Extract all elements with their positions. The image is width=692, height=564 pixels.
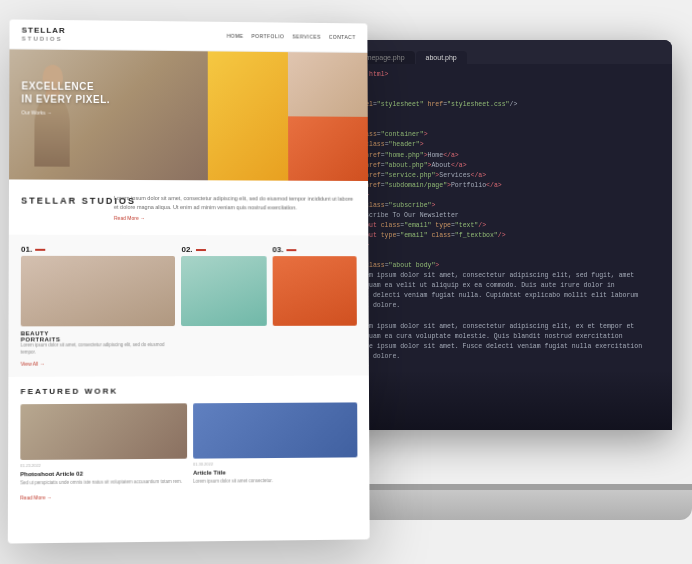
logo-top: STELLAR: [22, 26, 66, 36]
featured-section: FEATURED WORK 01.23.2022 Photoshoot Arti…: [8, 375, 370, 510]
code-line: <input class="email" type="text"/>: [330, 221, 664, 231]
portfolio-desc-1: Lorem ipsum dolor sit amet, consectetur …: [21, 342, 176, 356]
portfolio-view-all[interactable]: View All →: [21, 360, 176, 367]
hero-image-3: [288, 116, 368, 181]
portfolio-number-3: 03.: [272, 246, 356, 255]
portfolio-image-1: [21, 256, 176, 327]
featured-item-2: 01.30.2022 Article Title Lorem ipsum dol…: [193, 402, 358, 498]
code-line: aliquam ea cura voluptate molestie. Quis…: [330, 332, 664, 342]
hero-text: EXCELLENCEIN EVERY PIXEL. Our Works →: [21, 79, 110, 116]
code-line: <link rel="stylesheet" href="stylesheet.…: [330, 100, 664, 110]
hero-left: EXCELLENCEIN EVERY PIXEL. Our Works →: [9, 49, 208, 180]
code-line: amet delecti veniam fugiat nulla. Cupida…: [330, 291, 664, 301]
site-header: STELLAR STUDIOS HOME PORTFOLIO SERVICES …: [9, 19, 367, 52]
featured-excerpt-2: Lorem ipsum dolor sit amet consectetur.: [193, 477, 357, 485]
code-line: </div>: [330, 372, 664, 382]
portfolio-item-3: 03.: [272, 246, 357, 366]
code-line: </body>: [330, 382, 664, 392]
code-line: irure ipsum dolor sit amet. Fusce delect…: [330, 342, 664, 352]
scene: STELLAR STUDIOS HOME PORTFOLIO SERVICES …: [0, 0, 692, 564]
portfolio-number-2: 02.: [181, 245, 266, 254]
logo-bottom: STUDIOS: [22, 35, 66, 43]
website-mockup: STELLAR STUDIOS HOME PORTFOLIO SERVICES …: [8, 19, 370, 543]
nav-home[interactable]: HOME: [227, 33, 244, 39]
about-title-col: STELLAR STUDIOS: [21, 193, 102, 221]
code-line: <!DOCTYPE html>: [330, 70, 664, 80]
portfolio-section: 01. BEAUTYPORTRAITS Lorem ipsum dolor si…: [8, 235, 369, 377]
code-line: <input type="email" class="f_textbox"/>: [330, 231, 664, 241]
hero-headline: EXCELLENCEIN EVERY PIXEL.: [21, 79, 110, 106]
hero-image-2: [288, 52, 368, 117]
nav-portfolio[interactable]: PORTFOLIO: [251, 33, 284, 39]
code-line: <a href="about.php">About</a>: [330, 161, 664, 171]
code-line: sunt dolore.: [330, 352, 664, 362]
featured-title: FEATURED WORK: [21, 385, 358, 396]
featured-items: 01.23.2022 Photoshoot Article 02 Sed ut …: [20, 402, 357, 500]
code-line: <body>: [330, 120, 664, 130]
code-line: <a href="subdomain/page">Portfolio</a>: [330, 181, 664, 191]
code-line: <head>: [330, 90, 664, 100]
about-read-more[interactable]: Read More →: [114, 215, 357, 222]
portfolio-item-1: 01. BEAUTYPORTRAITS Lorem ipsum dolor si…: [21, 245, 176, 367]
about-body: Lorem ipsum dolor sit amet, consectetur …: [114, 194, 357, 212]
code-content: <!DOCTYPE html> <html> <head> <link rel=…: [322, 64, 672, 430]
portfolio-title-1: BEAUTYPORTRAITS: [21, 330, 176, 342]
code-line: <div class="container">: [330, 130, 664, 140]
about-content: Lorem ipsum dolor sit amet, consectetur …: [114, 194, 357, 222]
nav-services[interactable]: SERVICES: [292, 34, 321, 40]
nav-contact[interactable]: CONTACT: [329, 34, 356, 40]
code-line: <a href="home.php">Home</a>: [330, 151, 664, 161]
hero-image-1: [208, 51, 288, 180]
featured-thumb-1: [20, 403, 187, 460]
code-line: <html>: [330, 80, 664, 90]
code-line: sunt dolore.: [330, 301, 664, 311]
about-section: STELLAR STUDIOS Lorem ipsum dolor sit am…: [9, 179, 368, 236]
featured-read-more-1[interactable]: Read More →: [20, 493, 187, 501]
code-line: </head>: [330, 110, 664, 120]
featured-name-2: Article Title: [193, 468, 357, 475]
portfolio-items: 01. BEAUTYPORTRAITS Lorem ipsum dolor si…: [21, 245, 357, 367]
code-line: <div class="about body">: [330, 261, 664, 271]
hero-section: EXCELLENCEIN EVERY PIXEL. Our Works →: [9, 49, 368, 181]
code-line: </html>: [330, 392, 664, 402]
code-line: </div>: [330, 362, 664, 372]
code-line: <div class="subscribe">: [330, 201, 664, 211]
portfolio-item-2: 02.: [181, 245, 266, 366]
portfolio-number-1: 01.: [21, 245, 176, 254]
featured-name-1: Photoshoot Article 02: [20, 470, 187, 477]
featured-date-1: 01.23.2022: [20, 462, 187, 468]
featured-thumb-2: [193, 402, 357, 458]
code-line: [330, 251, 664, 261]
featured-date-2: 01.30.2022: [193, 460, 357, 466]
code-line: [330, 312, 664, 322]
featured-item-1: 01.23.2022 Photoshoot Article 02 Sed ut …: [20, 403, 187, 500]
tab-about-php[interactable]: about.php: [416, 51, 467, 64]
code-line: </div>: [330, 191, 664, 201]
code-line: Lorem ipsum dolor sit amet, consectetur …: [330, 271, 664, 281]
featured-excerpt-1: Sed ut perspiciatis unde omnis iste natu…: [20, 479, 187, 487]
code-line: Lorem ipsum dolor sit amet, consectetur …: [330, 322, 664, 332]
code-line: aliquam ea velit ut aliquip ex ea commod…: [330, 281, 664, 291]
code-line: </div>: [330, 241, 664, 251]
site-logo: STELLAR STUDIOS: [22, 26, 66, 43]
site-nav: HOME PORTFOLIO SERVICES CONTACT: [227, 33, 356, 40]
about-title: STELLAR STUDIOS: [21, 193, 102, 205]
portfolio-image-2: [181, 256, 266, 326]
portfolio-image-3: [272, 256, 357, 326]
hero-link[interactable]: Our Works →: [21, 109, 110, 116]
code-line: Subscribe To Our Newsletter: [330, 211, 664, 221]
code-line: <a href="service.php">Services</a>: [330, 171, 664, 181]
hero-right: [208, 51, 368, 181]
code-line: <div class="header">: [330, 140, 664, 150]
